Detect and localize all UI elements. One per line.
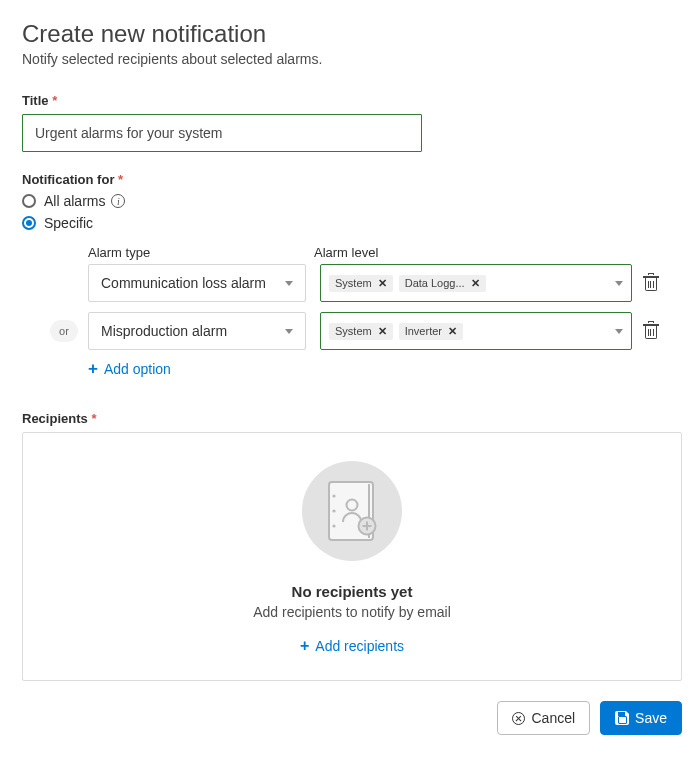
chevron-down-icon (285, 281, 293, 286)
remove-tag-icon[interactable]: ✕ (378, 325, 387, 338)
notification-for-label: Notification for * (22, 172, 688, 187)
notification-for-label-text: Notification for (22, 172, 114, 187)
radio-icon (22, 194, 36, 208)
radio-icon (22, 216, 36, 230)
save-button[interactable]: Save (600, 701, 682, 735)
plus-icon: + (88, 360, 98, 377)
title-label-text: Title (22, 93, 49, 108)
recipients-empty-title: No recipients yet (292, 583, 413, 600)
title-label: Title * (22, 93, 688, 108)
contacts-illustration-icon (302, 461, 402, 561)
required-indicator: * (118, 172, 123, 187)
add-option-button[interactable]: + Add option (88, 360, 688, 377)
chevron-down-icon (615, 329, 623, 334)
column-header-level: Alarm level (314, 245, 688, 260)
add-recipients-button[interactable]: + Add recipients (300, 638, 404, 654)
delete-row-button[interactable] (644, 275, 658, 291)
recipients-panel: No recipients yet Add recipients to noti… (22, 432, 682, 681)
alarm-level-multiselect[interactable]: System ✕ Inverter ✕ (320, 312, 632, 350)
alarm-level-multiselect[interactable]: System ✕ Data Logg... ✕ (320, 264, 632, 302)
cancel-label: Cancel (531, 710, 575, 726)
save-label: Save (635, 710, 667, 726)
level-tag-text: System (335, 325, 372, 337)
add-option-label: Add option (104, 361, 171, 377)
column-header-type: Alarm type (88, 245, 314, 260)
alarm-row: Communication loss alarm System ✕ Data L… (88, 264, 688, 302)
cancel-icon (512, 712, 525, 725)
remove-tag-icon[interactable]: ✕ (448, 325, 457, 338)
level-tag: System ✕ (329, 275, 393, 292)
alarm-type-value: Communication loss alarm (101, 275, 266, 291)
remove-tag-icon[interactable]: ✕ (471, 277, 480, 290)
svg-point-2 (332, 494, 335, 497)
page-title: Create new notification (22, 20, 688, 48)
required-indicator: * (52, 93, 57, 108)
radio-label: Specific (44, 215, 93, 231)
cancel-button[interactable]: Cancel (497, 701, 590, 735)
alarm-type-value: Misproduction alarm (101, 323, 227, 339)
chevron-down-icon (285, 329, 293, 334)
recipients-label-text: Recipients (22, 411, 88, 426)
add-recipients-label: Add recipients (315, 638, 404, 654)
delete-row-button[interactable] (644, 323, 658, 339)
title-input[interactable] (22, 114, 422, 152)
remove-tag-icon[interactable]: ✕ (378, 277, 387, 290)
svg-point-4 (332, 524, 335, 527)
level-tag-text: System (335, 277, 372, 289)
recipients-empty-subtitle: Add recipients to notify by email (253, 604, 451, 620)
alarm-type-select[interactable]: Misproduction alarm (88, 312, 306, 350)
radio-label: All alarms (44, 193, 105, 209)
radio-specific[interactable]: Specific (22, 215, 688, 231)
level-tag-text: Data Logg... (405, 277, 465, 289)
save-icon (615, 711, 629, 725)
chevron-down-icon (615, 281, 623, 286)
required-indicator: * (91, 411, 96, 426)
level-tag: Data Logg... ✕ (399, 275, 486, 292)
alarm-type-select[interactable]: Communication loss alarm (88, 264, 306, 302)
or-separator: or (50, 320, 78, 342)
recipients-label: Recipients * (22, 411, 688, 426)
svg-point-3 (332, 509, 335, 512)
level-tag: System ✕ (329, 323, 393, 340)
radio-all-alarms[interactable]: All alarms i (22, 193, 688, 209)
plus-icon: + (300, 638, 309, 654)
page-subtitle: Notify selected recipients about selecte… (22, 51, 688, 67)
level-tag: Inverter ✕ (399, 323, 463, 340)
alarm-row: or Misproduction alarm System ✕ Inverter… (88, 312, 688, 350)
info-icon[interactable]: i (111, 194, 125, 208)
level-tag-text: Inverter (405, 325, 442, 337)
